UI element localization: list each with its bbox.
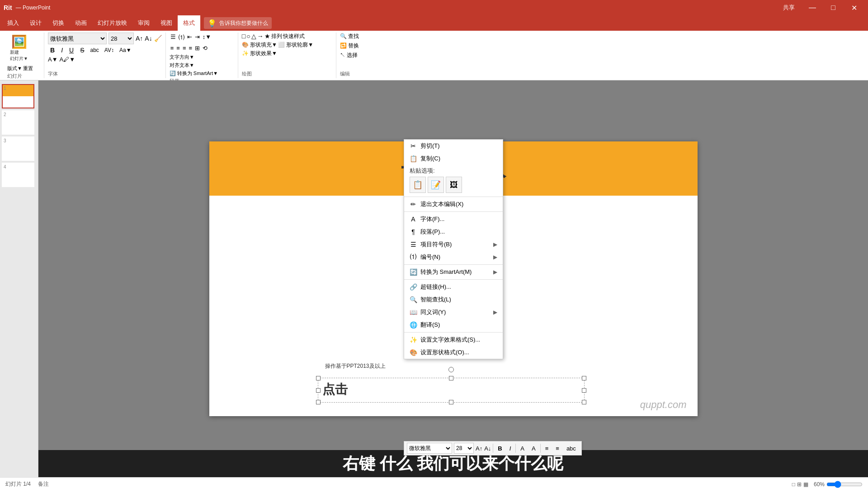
close-button[interactable]: ✕ <box>844 0 864 15</box>
mini-font-color-button[interactable]: A <box>518 444 527 453</box>
strikethrough-button[interactable]: S <box>78 46 86 55</box>
menu-item-view[interactable]: 视图 <box>155 15 178 31</box>
clear-format-button[interactable]: 🧹 <box>154 35 162 42</box>
canvas-area[interactable]: 一 怎么插入 点击 操作基于PPT2013及以上 quppt.com <box>38 80 868 477</box>
slide-content-text[interactable]: 点击 <box>322 381 348 398</box>
normal-view-button[interactable]: □ <box>792 481 795 488</box>
ctx-paragraph[interactable]: ¶ 段落(P)... <box>404 225 503 238</box>
ctx-cut[interactable]: ✂ 剪切(T) <box>404 140 503 152</box>
shape-fill-button[interactable]: 🎨 形状填充▼ <box>242 41 277 49</box>
decrease-indent-button[interactable]: ⇤ <box>186 33 193 42</box>
line-spacing-button[interactable]: ↕▼ <box>202 33 212 42</box>
mini-bold-button[interactable]: B <box>495 444 505 453</box>
change-case-button[interactable]: Aa▼ <box>118 47 133 54</box>
mini-align-left[interactable]: ≡ <box>542 444 552 453</box>
ctx-synonyms[interactable]: 📖 同义词(Y) ▶ <box>404 306 503 319</box>
handle-mr[interactable] <box>582 388 586 393</box>
shape-circle-button[interactable]: ○ <box>246 33 250 40</box>
notes-button[interactable]: 备注 <box>38 480 49 488</box>
paste-keep-source-button[interactable]: 📋 <box>410 177 426 193</box>
menu-item-review[interactable]: 审阅 <box>132 15 155 31</box>
menu-item-design[interactable]: 设计 <box>24 15 47 31</box>
mini-font-select[interactable]: 微软雅黑 <box>407 443 452 454</box>
rotate-handle[interactable] <box>448 367 454 372</box>
ctx-hyperlink[interactable]: 🔗 超链接(H)... <box>404 281 503 293</box>
mini-italic-button[interactable]: I <box>507 444 514 453</box>
text-direction-button[interactable]: ⟲ <box>202 44 208 52</box>
menu-item-format[interactable]: 格式 <box>178 15 200 31</box>
ctx-shape-format[interactable]: 🎨 设置形状格式(O)... <box>404 346 503 359</box>
justify-button[interactable]: ≡ <box>188 44 193 52</box>
decrease-font-button[interactable]: A↓ <box>145 35 152 42</box>
slide-sorter-button[interactable]: ⊞ <box>797 481 802 488</box>
reset-button[interactable]: 重置 <box>23 65 33 72</box>
font-size-select[interactable]: 28 <box>108 33 134 44</box>
mini-highlight-button[interactable]: A <box>529 444 538 453</box>
mini-shadow-button[interactable]: abc <box>564 444 579 453</box>
ctx-numbering[interactable]: ⑴ 编号(N) ▶ <box>404 251 503 263</box>
find-button[interactable]: 🔍 查找 <box>340 33 359 40</box>
shadow-button[interactable]: abc <box>88 47 100 54</box>
shape-star-button[interactable]: ★ <box>264 33 270 40</box>
mini-increase-font[interactable]: A↑ <box>476 445 482 452</box>
handle-ml[interactable] <box>316 388 321 393</box>
highlight-button[interactable]: A🖊▼ <box>60 56 75 63</box>
paste-picture-button[interactable]: 🖼 <box>446 177 462 193</box>
increase-indent-button[interactable]: ⇥ <box>194 33 201 42</box>
menu-item-insert[interactable]: 插入 <box>2 15 24 31</box>
share-button[interactable]: 共享 <box>783 4 795 12</box>
font-name-select[interactable]: 微软雅黑 <box>48 33 107 44</box>
align-center-button[interactable]: ≡ <box>175 44 181 52</box>
ctx-font[interactable]: A 字体(F)... <box>404 213 503 225</box>
layout-button[interactable]: 版式▼ <box>7 65 22 72</box>
handle-br[interactable] <box>582 400 586 404</box>
ctx-exit-text-edit[interactable]: ✏ 退出文本编辑(X) <box>404 198 503 211</box>
maximize-button[interactable]: □ <box>823 0 844 15</box>
menu-item-animations[interactable]: 动画 <box>70 15 92 31</box>
ctx-smart-lookup[interactable]: 🔍 智能查找(L) <box>404 293 503 306</box>
slide-thumb-1[interactable]: 1 <box>2 84 34 108</box>
shape-triangle-button[interactable]: △ <box>251 33 256 40</box>
increase-font-button[interactable]: A↑ <box>136 35 143 42</box>
ctx-copy[interactable]: 📋 复制(C) <box>404 152 503 165</box>
convert-smartart-label[interactable]: 🔄 转换为 SmartArt▼ <box>170 70 218 77</box>
handle-bl[interactable] <box>316 400 321 404</box>
arrange-button[interactable]: 排列 <box>271 33 282 40</box>
search-box[interactable]: 💡 告诉我你想要做什么 <box>204 17 272 29</box>
zoom-slider[interactable] <box>826 481 863 488</box>
replace-button[interactable]: 🔁 替换 <box>340 42 359 50</box>
mini-size-select[interactable]: 28 <box>454 443 474 454</box>
columns-button[interactable]: ⊞ <box>194 44 201 52</box>
ctx-text-effect[interactable]: ✨ 设置文字效果格式(S)... <box>404 333 503 346</box>
ctx-translate[interactable]: 🌐 翻译(S) <box>404 319 503 331</box>
mini-decrease-font[interactable]: A↓ <box>484 445 491 452</box>
italic-button[interactable]: I <box>59 46 65 55</box>
bullets-button[interactable]: ☰ <box>170 33 177 42</box>
align-right-button[interactable]: ≡ <box>182 44 187 52</box>
new-slide-button[interactable]: 🖼️ 新建幻灯片▼ <box>7 33 31 65</box>
ctx-bullets[interactable]: ☰ 项目符号(B) ▶ <box>404 238 503 251</box>
menu-item-slideshow[interactable]: 幻灯片放映 <box>92 15 132 31</box>
quick-styles-button[interactable]: 快速样式 <box>283 33 305 40</box>
minimize-button[interactable]: — <box>802 0 823 15</box>
shape-arrow-button[interactable]: → <box>257 33 264 40</box>
slide-thumb-3[interactable]: 3 <box>2 136 34 161</box>
bold-button[interactable]: B <box>48 46 57 55</box>
char-spacing-button[interactable]: AV↕ <box>103 47 116 54</box>
paste-merge-formatting-button[interactable]: 📝 <box>428 177 444 193</box>
text-direction-label[interactable]: 文字方向▼ <box>170 54 194 61</box>
handle-tm[interactable] <box>449 376 453 380</box>
handle-bm[interactable] <box>449 400 453 404</box>
handle-tr[interactable] <box>582 376 586 380</box>
shape-outline-button[interactable]: ⬜ 形状轮廓▼ <box>278 41 313 49</box>
slide-thumb-4[interactable]: 4 <box>2 163 34 187</box>
shape-rect-button[interactable]: □ <box>242 33 245 40</box>
font-color-button[interactable]: A▼ <box>48 56 58 63</box>
underline-button[interactable]: U <box>67 46 76 55</box>
slide-thumb-2[interactable]: 2 <box>2 110 34 135</box>
align-text-label[interactable]: 对齐文本▼ <box>170 62 194 69</box>
reading-view-button[interactable]: ▦ <box>803 481 808 488</box>
mini-align-center[interactable]: ≡ <box>553 444 562 453</box>
numbering-button[interactable]: ⑴ <box>178 33 185 42</box>
menu-item-transitions[interactable]: 切换 <box>47 15 70 31</box>
